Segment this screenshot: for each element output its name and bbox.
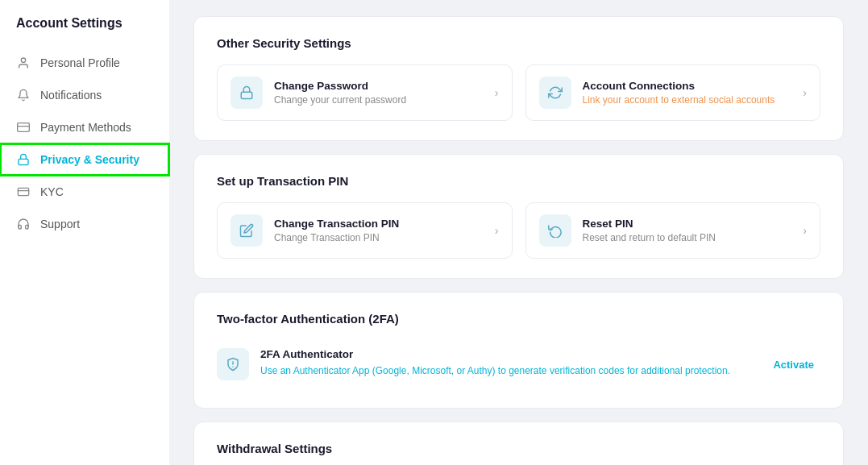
account-connections-text: Account Connections Link your account to… [583,80,786,106]
twofa-section-title: Two-factor Authentication (2FA) [217,312,820,326]
account-connections-title: Account Connections [583,80,786,92]
sidebar-item-notifications[interactable]: Notifications [0,79,169,111]
twofa-desc-links: Google, Microsoft, or Authy [376,365,492,376]
change-pin-subtitle: Change Transaction PIN [274,232,477,243]
account-connections-subtitle: Link your account to external social acc… [583,94,786,106]
chevron-right-icon: › [803,86,807,99]
sidebar-item-label: Payment Methods [40,121,131,134]
activate-button[interactable]: Activate [766,355,820,374]
headset-icon [16,217,31,231]
reset-pin-text: Reset PIN Reset and return to default PI… [583,218,786,243]
rotate-ccw-icon [548,223,563,238]
svg-rect-6 [241,92,252,98]
refresh-icon [548,85,563,100]
twofa-text: 2FA Authenticator Use an Authenticator A… [260,348,755,378]
svg-rect-1 [18,123,30,132]
reset-pin-title: Reset PIN [583,218,786,230]
change-password-subtitle: Change your current password [274,94,477,106]
sidebar-item-payment-methods[interactable]: Payment Methods [0,111,169,143]
transaction-pin-title: Set up Transaction PIN [217,174,820,188]
sidebar-item-label: Privacy & Security [40,153,139,166]
twofa-section: Two-factor Authentication (2FA) 2FA Auth… [193,292,844,409]
twofa-item-desc: Use an Authenticator App (Google, Micros… [260,363,755,378]
other-security-section: Other Security Settings Change Password … [193,16,844,141]
chevron-right-icon: › [495,224,499,237]
change-pin-text: Change Transaction PIN Change Transactio… [274,218,477,243]
card-icon [16,120,31,135]
twofa-icon-wrap [217,348,249,380]
withdrawal-section-title: Withdrawal Settings [217,442,820,455]
change-password-text: Change Password Change your current pass… [274,80,477,106]
change-pin-item[interactable]: Change Transaction PIN Change Transactio… [217,202,513,259]
person-icon [16,56,31,70]
change-password-icon-wrap [230,77,263,109]
change-pin-icon-wrap [230,214,263,247]
chevron-right-icon: › [495,86,499,99]
change-password-title: Change Password [274,80,477,92]
sidebar-item-support[interactable]: Support [0,208,169,240]
sidebar-item-kyc[interactable]: KYC [0,176,169,208]
other-security-title: Other Security Settings [217,36,820,50]
bell-icon [16,88,31,102]
chevron-right-icon: › [803,224,807,237]
twofa-desc-part1: Use an Authenticator App ( [260,365,376,376]
reset-pin-icon-wrap [539,214,571,247]
shield-icon [226,357,240,372]
sidebar-item-privacy-security[interactable]: Privacy & Security [0,143,169,176]
sidebar-item-label: Notifications [40,89,102,102]
edit-icon [239,223,254,238]
lock-icon [16,152,31,167]
account-connections-item[interactable]: Account Connections Link your account to… [525,64,821,121]
svg-point-0 [21,58,25,62]
sidebar-item-personal-profile[interactable]: Personal Profile [0,47,169,79]
change-pin-title: Change Transaction PIN [274,218,477,230]
transaction-pin-section: Set up Transaction PIN Change Transactio… [193,154,844,279]
id-card-icon [16,185,31,199]
transaction-pin-row: Change Transaction PIN Change Transactio… [217,202,820,259]
sidebar-item-label: KYC [40,185,64,198]
account-connections-icon-wrap [539,77,571,109]
twofa-row: 2FA Authenticator Use an Authenticator A… [217,340,820,388]
twofa-desc-part2: ) to generate verification codes for add… [492,365,731,376]
svg-rect-4 [18,188,28,195]
reset-pin-item[interactable]: Reset PIN Reset and return to default PI… [525,202,821,259]
sidebar: Account Settings Personal Profile Notifi… [0,0,169,465]
other-security-row: Change Password Change your current pass… [217,64,820,121]
withdrawal-section: Withdrawal Settings Require 2FA for all … [193,421,844,465]
twofa-item-title: 2FA Authenticator [260,348,755,360]
lock-icon [239,85,254,100]
sidebar-title: Account Settings [0,16,169,47]
change-password-item[interactable]: Change Password Change your current pass… [217,64,513,121]
svg-rect-3 [19,159,28,164]
sidebar-item-label: Support [40,218,80,230]
reset-pin-subtitle: Reset and return to default PIN [583,232,786,243]
sidebar-item-label: Personal Profile [40,56,120,69]
main-content: Other Security Settings Change Password … [169,0,868,465]
